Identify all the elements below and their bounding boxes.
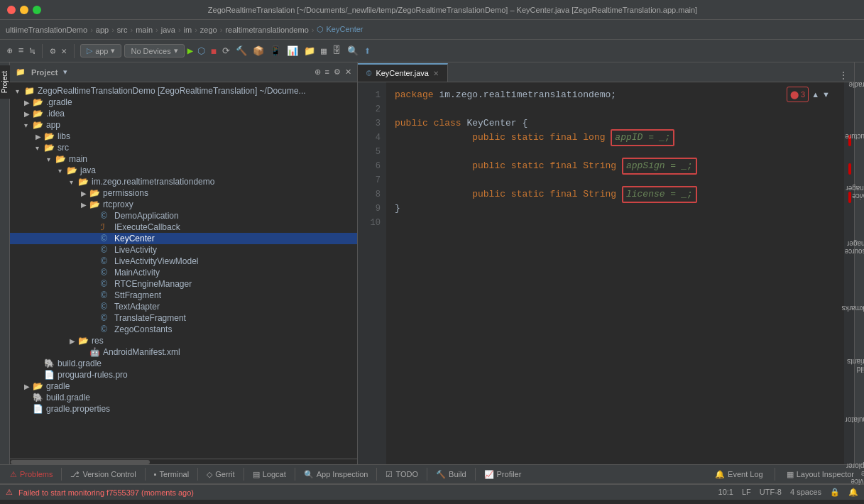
panel-collapse-icon[interactable]: ≡ [325,67,329,77]
sidebar-item-resource-manager[interactable]: Resource Manager [838,239,864,257]
close-button[interactable] [7,6,16,14]
breadcrumb-item[interactable]: app [96,26,109,34]
tree-item-TextAdapter[interactable]: ▶ © TextAdapter [10,301,357,312]
cursor-position[interactable]: 10:1 [718,488,733,497]
panel-close-icon[interactable]: ✕ [345,67,351,77]
breadcrumb-item[interactable]: zego [200,26,217,34]
annotation-nav-down[interactable]: ▼ [822,87,830,102]
sidebar-item-build-variants[interactable]: Build Variants [841,356,864,375]
sidebar-item-structure[interactable]: Structure [839,131,864,142]
encoding[interactable]: UTF-8 [760,488,782,497]
tree-scrollbar[interactable] [10,459,357,464]
tree-item-proguard[interactable]: ▶ 📄 proguard-rules.pro [10,369,357,380]
sidebar-item-device-manager[interactable]: Device Manager [840,182,864,201]
list-icon[interactable]: ≡ [17,44,26,57]
tree-item-build-gradle-app[interactable]: ▶ 🐘 build.gradle [10,358,357,369]
terminal-button[interactable]: ▪ Terminal [150,469,193,480]
tree-item-LiveActivityViewModel[interactable]: ▶ © LiveActivityViewModel [10,256,357,267]
tree-item-libs[interactable]: ▶ 📂 libs [10,131,357,142]
tab-close-button[interactable]: ✕ [433,70,439,77]
breadcrumb-item[interactable]: realtimetranslationdemo [225,26,308,34]
run-button[interactable]: ▶ [187,45,193,57]
profiler-icon[interactable]: 📊 [285,44,300,58]
code-editor[interactable]: 1 2 3 4 5 6 7 8 9 10 ⬤ 3 ▲ ▼ package i [358,82,854,464]
update-icon[interactable]: ⬆ [363,43,373,60]
tree-item-gradle-folder[interactable]: ▶ 📂 gradle [10,380,357,392]
problems-button[interactable]: ⚠ Problems [6,469,57,481]
logcat-button[interactable]: ▤ Logcat [248,469,290,481]
tree-item-permissions[interactable]: ▶ 📂 permissions [10,187,357,199]
tree-item-SttFragment[interactable]: ▶ © SttFragment [10,290,357,301]
gerrit-button[interactable]: ◇ Gerrit [202,469,239,481]
annotation-nav-up[interactable]: ▲ [811,87,819,102]
tree-item-gradle-properties[interactable]: ▶ 📄 gradle.properties [10,403,357,415]
tree-item-main[interactable]: ▾ 📂 main [10,153,357,165]
panel-settings-icon[interactable]: ⚙ [334,67,341,77]
tree-item-package[interactable]: ▾ 📂 im.zego.realtimetranslationdemo [10,176,357,187]
keyword-static: static [511,131,545,145]
close-panel-icon[interactable]: ✕ [60,44,68,58]
layout-inspector-toolbar-icon[interactable]: ▦ [319,44,328,58]
left-tab-bar: Project [0,62,10,464]
tree-item-rtcproxy[interactable]: ▶ 📂 rtcproxy [10,199,357,210]
avd-icon[interactable]: 📱 [268,44,283,58]
tree-item-gradle[interactable]: ▶ 📂 .gradle [10,97,357,108]
add-config-icon[interactable]: ⊕ [6,44,14,58]
sidebar-item-project[interactable]: Project [0,65,10,99]
tree-item-app[interactable]: ▾ 📂 app [10,119,357,131]
breadcrumb-item[interactable]: src [117,26,128,34]
line-ending[interactable]: LF [742,488,751,497]
device-file-icon[interactable]: 📁 [302,44,317,58]
sidebar-item-emulator[interactable]: Emulator [839,414,864,424]
sync-button[interactable]: ⟳ [221,44,231,58]
sdk-manager-icon[interactable]: 📦 [251,44,266,58]
sidebar-item-gradle[interactable]: Gradle [843,80,864,90]
database-icon[interactable]: 🗄 [331,44,343,57]
stop-button[interactable]: ◼ [209,44,218,58]
tree-item-KeyCenter[interactable]: ▶ © KeyCenter [10,233,357,244]
breadcrumb-item[interactable]: java [161,26,175,34]
sidebar-item-bookmarks[interactable]: Bookmarks [836,302,864,313]
breadcrumb-item[interactable]: im [184,26,192,34]
breadcrumb-item-active[interactable]: ⬡ KeyCenter [317,25,363,34]
tree-item-res[interactable]: ▶ 📂 res [10,335,357,346]
code-content[interactable]: ⬤ 3 ▲ ▼ package im.zego.realtimetranslat… [386,82,844,464]
debug-button[interactable]: ⬡ [196,44,207,58]
tree-item-MainActivity[interactable]: ▶ © MainActivity [10,267,357,278]
indent-setting[interactable]: 4 spaces [790,488,821,497]
tree-item-AndroidManifest[interactable]: ▶ 🤖 AndroidManifest.xml [10,346,357,358]
tree-item-DemoApplication[interactable]: ▶ © DemoApplication [10,210,357,221]
maximize-button[interactable] [33,6,41,14]
panel-locate-icon[interactable]: ⊕ [315,67,321,77]
breadcrumb-item[interactable]: main [136,26,153,34]
tree-item-LiveActivity[interactable]: ▶ © LiveActivity [10,244,357,256]
app-inspection-button[interactable]: 🔍 App Inspection [300,469,373,481]
event-log-button[interactable]: 🔔 Event Log [711,469,767,481]
build-button[interactable]: 🔨 Build [432,469,470,481]
window-controls[interactable] [7,6,41,14]
tree-item-TranslateFragment[interactable]: ▶ © TranslateFragment [10,312,357,324]
profiler-button[interactable]: 📈 Profiler [480,469,526,481]
tree-item-IExecuteCallback[interactable]: ▶ ℐ IExecuteCallback [10,221,357,233]
tree-item-root[interactable]: ▾ 📁 ZegoRealtimeTranslationDemo [ZegoRea… [10,85,357,97]
keyword-long: long [583,131,605,145]
tree-item-src[interactable]: ▾ 📂 src [10,142,357,153]
java-file-icon: © [101,290,112,300]
settings-icon[interactable]: ⚙ [48,44,57,58]
tree-item-build-gradle-root[interactable]: ▶ 🐘 build.gradle [10,392,357,403]
tree-item-RTCEngineManager[interactable]: ▶ © RTCEngineManager [10,278,357,290]
sidebar-item-device-file-explorer[interactable]: Device File Explorer [841,461,864,487]
todo-button[interactable]: ☑ TODO [381,469,422,481]
device-selector[interactable]: No Devices ▾ [124,44,184,57]
build-icon[interactable]: 🔨 [234,44,248,58]
tree-item-java-folder[interactable]: ▾ 📂 java [10,165,357,176]
app-selector[interactable]: ▷ app ▾ [80,44,121,57]
breadcrumb-item[interactable]: ultiimeTranslationDemo [6,26,87,34]
tree-item-ZegoConstants[interactable]: ▶ © ZegoConstants [10,324,357,335]
tree-item-idea[interactable]: ▶ 📂 .idea [10,108,357,119]
filter-icon[interactable]: ≒ [28,44,37,58]
search-everywhere-icon[interactable]: 🔍 [346,44,360,58]
tab-KeyCenter[interactable]: © KeyCenter.java ✕ [358,63,448,82]
minimize-button[interactable] [20,6,28,14]
version-control-button[interactable]: ⎇ Version Control [66,469,140,481]
